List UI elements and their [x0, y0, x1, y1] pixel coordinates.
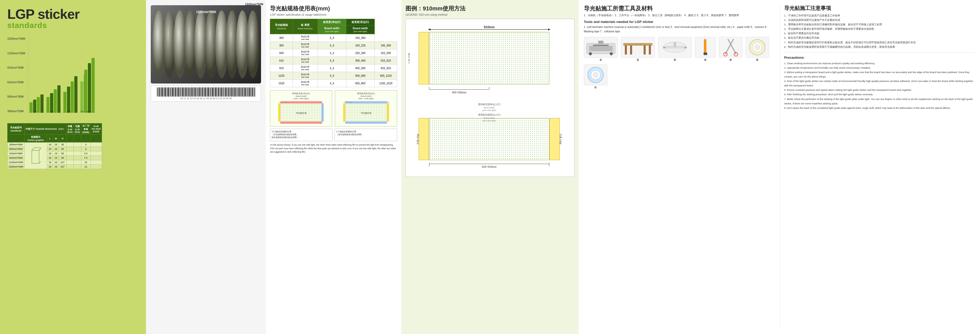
precautions-title-en: Precautions: — [784, 56, 975, 59]
usage-td-thickness-1520: 4_5 — [318, 80, 346, 87]
svg-rect-67 — [182, 88, 183, 97]
spec-td-l-910: 19 — [47, 156, 53, 160]
svg-text:1220: 1220 — [86, 111, 90, 112]
usage-td-one-910: 400_500 — [346, 64, 374, 72]
barcode-area: // Generate barcode pattern inline — [151, 86, 261, 102]
svg-rect-102 — [218, 88, 219, 97]
svg-marker-200 — [704, 38, 706, 39]
svg-rect-96 — [212, 88, 213, 97]
spec-row-500: 500mm*50M 19 19 55 4 — [8, 147, 102, 151]
svg-text:1520mm*50M: 1520mm*50M — [196, 10, 216, 14]
spec-td-usd-1220 — [91, 160, 102, 165]
svg-rect-92 — [208, 88, 209, 97]
svg-rect-49 — [164, 88, 165, 97]
tool-2-svg — [622, 38, 654, 56]
svg-line-25 — [32, 148, 34, 150]
precaution-zh-4: 4、导光贴网点主要成分是环境环保压敏胶，和透明板贴合时不需要加水或加热 — [784, 27, 975, 31]
svg-rect-138 — [255, 88, 255, 97]
usage-td-two-1520: 1230_1520 — [374, 80, 397, 87]
svg-rect-70 — [185, 88, 186, 97]
svg-rect-58 — [173, 88, 174, 97]
usage-td-std-910: 910 — [270, 64, 293, 72]
spec-td-l-610: 19 — [47, 151, 53, 156]
usage-td-one-1520: 600_800 — [346, 80, 374, 87]
spec-td-usd-910 — [91, 156, 102, 160]
spec-th-model: 导光贴型号standards — [8, 123, 24, 135]
svg-rect-99 — [215, 88, 216, 97]
svg-rect-129 — [246, 88, 247, 97]
svg-point-40 — [247, 10, 259, 78]
tools-title-en: Tools and materials needed for LGP stick… — [584, 20, 775, 24]
precaution-en-8: 8. Don't place the back of the completed… — [784, 105, 975, 110]
svg-rect-151 — [343, 103, 345, 121]
usage-row-300-two: 300 双边灯用two side 3_4 100_220 100_300 — [270, 42, 397, 49]
tools-images: ① ② — [584, 37, 775, 89]
precaution-zh-3: 3、透明板在和导光贴贴合前应已准确切割并抛光边缘、贴合后不可再做上述加工处理 — [784, 22, 975, 27]
svg-rect-71 — [187, 88, 187, 97]
spec-td-nw-500 — [66, 147, 74, 151]
precaution-zh-8: 8、制作完成的导光板放置时其背面不可接触硬性的凸起物，否则会造成网点变形，影响导… — [784, 45, 975, 49]
spec-th-gw: 毛重G.W(KG) — [74, 123, 81, 135]
bar-chart-svg: 300 500 610 910 1220 — [28, 37, 96, 113]
precaution-en-4: 4. Dots of the light guide sticker are m… — [784, 79, 975, 88]
tool-6-img — [746, 37, 769, 58]
spec-td-usd-1520 — [91, 165, 102, 169]
svg-text:910: 910 — [81, 111, 84, 112]
svg-text:透明板宽度(单边入灯): 透明板宽度(单边入灯) — [478, 103, 501, 105]
svg-text:灯条 Lihgt: 灯条 Lihgt — [417, 134, 419, 144]
svg-rect-90 — [206, 88, 207, 97]
svg-rect-201 — [703, 53, 707, 55]
svg-rect-115 — [232, 88, 232, 97]
right-section: 导光贴施工所需工具及材料 1、冷裱机（手动或电动） 2、工作平台（一张或两张） … — [579, 0, 980, 334]
svg-rect-197 — [684, 47, 687, 48]
svg-rect-110 — [227, 88, 227, 97]
usage-td-std-1220: 1220 — [270, 72, 293, 80]
usage-td-std-300-two: 300 — [270, 42, 293, 49]
tool-4-img — [695, 37, 716, 58]
svg-text:灯条/Lihgt: 灯条/Lihgt — [279, 101, 287, 103]
precaution-en-3: 3. Before putting a transparent board an… — [784, 70, 975, 79]
bar-labels-left: 1520mm*50M 1220mm*50M 910mm*50M 610mm*50… — [7, 37, 25, 113]
bottom-diagram-label-2: 2个须贴反射膜的位置（蓝色虚线框处须贴反射膜） — [336, 130, 396, 136]
brand-subtitle: standards — [7, 21, 141, 30]
spec-td-h-300: 35 — [59, 142, 66, 147]
usage-td-one-1220: 500_600 — [346, 72, 374, 80]
usage-td-one-610: 300_400 — [346, 57, 374, 64]
svg-rect-69 — [185, 88, 185, 97]
svg-rect-154 — [345, 121, 387, 124]
bar-label-1220: 1220mm*50M — [7, 52, 25, 55]
usage-row-910: 910 双边灯用two side 3_4 400_500 620_910 — [270, 64, 397, 72]
spec-td-h-1220: 127 — [59, 160, 66, 165]
tool-3-svg — [659, 38, 690, 56]
usage-td-thickness-300-one: 3_4 — [318, 34, 346, 42]
usage-title-en: LGP sticker specification & usage table(… — [270, 13, 397, 16]
svg-rect-106 — [223, 88, 223, 97]
svg-rect-125 — [242, 88, 242, 97]
svg-rect-107 — [223, 88, 224, 97]
tool-7-img — [584, 64, 607, 85]
svg-rect-43 — [158, 88, 158, 97]
spec-th-empty5 — [91, 135, 102, 142]
svg-rect-86 — [202, 88, 203, 97]
spec-td-gw-610 — [74, 151, 81, 156]
bar-label-910: 910mm*50M — [7, 66, 25, 69]
tool-1-num: ① — [600, 58, 602, 61]
svg-rect-135 — [252, 88, 253, 97]
svg-rect-172 — [419, 118, 429, 160]
svg-rect-51 — [166, 88, 167, 97]
svg-rect-50 — [165, 88, 166, 97]
precautions-list-zh: 1、干净的工作环境可以提高产品质量及工作效率 2、合适的温度和湿度可以避免产生不… — [784, 13, 975, 49]
usage-td-std-500: 500 — [270, 49, 293, 57]
usage-th-one-side-en: Board width(one-side light) — [318, 26, 346, 34]
spec-th-dimension: 外箱尺寸 Outside Dimension（cm） — [24, 123, 67, 135]
svg-rect-84 — [200, 88, 200, 97]
usage-row-610: 610 双边灯用two side 3_4 300_400 510_610 — [270, 57, 397, 64]
svg-rect-134 — [251, 88, 251, 97]
svg-rect-105 — [221, 88, 222, 97]
tool-1-svg — [585, 38, 616, 56]
bar-label-610: 610mm*50M — [7, 81, 25, 84]
svg-rect-53 — [168, 88, 169, 97]
svg-text:导光贴区域: 导光贴区域 — [296, 112, 306, 114]
svg-rect-61 — [177, 88, 177, 97]
tool-3-dust: ③ — [658, 37, 692, 61]
